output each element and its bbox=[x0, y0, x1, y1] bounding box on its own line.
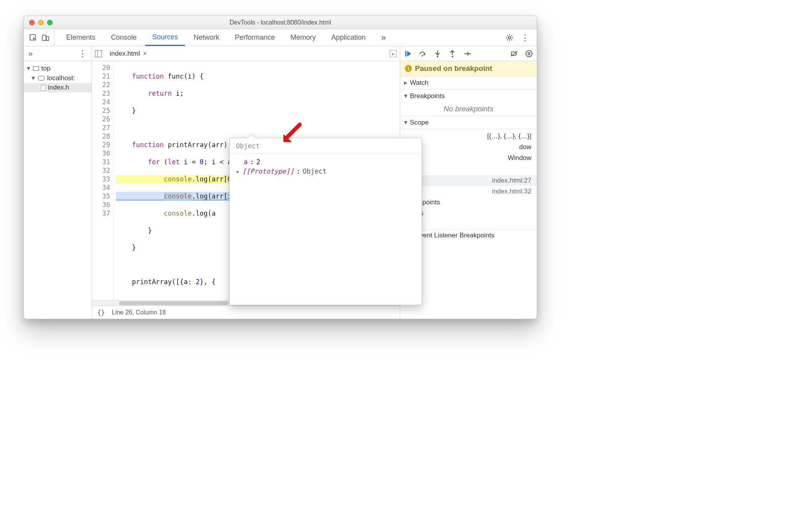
svg-rect-2 bbox=[46, 37, 49, 40]
identifier: console bbox=[164, 209, 192, 217]
object-prototype-row[interactable]: ▸ [[Prototype]]: Object bbox=[236, 167, 415, 176]
chevron-down-icon bbox=[32, 74, 35, 82]
svg-rect-22 bbox=[528, 52, 529, 55]
svg-point-13 bbox=[422, 55, 423, 56]
close-tab-icon[interactable]: × bbox=[143, 50, 147, 58]
window-titlebar: DevTools - localhost:8080/index.html bbox=[24, 16, 537, 29]
deactivate-breakpoints-icon[interactable] bbox=[510, 50, 518, 58]
number-literal: 0 bbox=[200, 158, 204, 166]
navigator-overflow-button[interactable] bbox=[28, 49, 33, 58]
property-value: Object bbox=[303, 167, 327, 175]
object-hover-popover: Object a: 2 ▸ [[Prototype]]: Object bbox=[229, 138, 422, 305]
svg-line-9 bbox=[511, 39, 512, 40]
editor-statusbar: {} Line 26, Column 18 bbox=[92, 306, 400, 319]
property-key: a bbox=[244, 158, 248, 166]
tree-host[interactable]: localhost: bbox=[24, 73, 91, 83]
property-value: 2 bbox=[257, 158, 260, 166]
debugger-toolbar bbox=[400, 46, 537, 61]
svg-line-11 bbox=[511, 35, 512, 36]
run-snippet-icon[interactable] bbox=[390, 50, 397, 57]
svg-rect-12 bbox=[405, 51, 406, 56]
code-text: i; bbox=[172, 90, 184, 97]
keyword: for bbox=[148, 158, 160, 166]
object-property-row[interactable]: a: 2 bbox=[236, 157, 415, 167]
editor-tab-label: index.html bbox=[110, 50, 140, 58]
more-menu-icon[interactable] bbox=[521, 34, 529, 42]
tab-memory[interactable]: Memory bbox=[283, 29, 323, 46]
svg-point-21 bbox=[526, 51, 532, 57]
breakpoints-section[interactable]: ▾Breakpoints No breakpoints bbox=[400, 90, 537, 116]
toggle-navigator-icon[interactable] bbox=[95, 50, 102, 57]
editor-tab-index[interactable]: index.html × bbox=[110, 50, 147, 58]
chevron-down-icon bbox=[27, 64, 31, 72]
chevron-right-icon: ▸ bbox=[404, 79, 408, 87]
tab-elements[interactable]: Elements bbox=[59, 29, 102, 46]
tab-network[interactable]: Network bbox=[186, 29, 226, 46]
section-title: Watch bbox=[410, 79, 429, 87]
main-tabstrip: Elements Console Sources Network Perform… bbox=[24, 29, 537, 46]
tabs-overflow-button[interactable]: » bbox=[374, 29, 393, 46]
tab-application[interactable]: Application bbox=[324, 29, 373, 46]
code-text: .log(arr[ bbox=[192, 175, 227, 183]
info-icon: i bbox=[405, 65, 412, 72]
tab-console[interactable]: Console bbox=[104, 29, 144, 46]
file-tree: top localhost: index.h bbox=[24, 61, 91, 95]
scope-section[interactable]: ▾Scope bbox=[400, 116, 537, 129]
settings-gear-icon[interactable] bbox=[506, 34, 513, 42]
svg-rect-23 bbox=[529, 52, 530, 55]
chevron-down-icon: ▾ bbox=[404, 118, 408, 126]
section-title: Breakpoints bbox=[410, 92, 445, 100]
tree-label: index.h bbox=[48, 84, 69, 91]
inspect-element-icon[interactable] bbox=[29, 34, 37, 42]
keyword: function bbox=[132, 141, 164, 149]
frame-icon bbox=[33, 66, 39, 71]
tab-performance[interactable]: Performance bbox=[228, 29, 282, 46]
keyword: let bbox=[168, 158, 180, 166]
number-literal: 2 bbox=[196, 278, 200, 286]
code-text: } bbox=[148, 227, 152, 234]
step-over-icon[interactable] bbox=[419, 50, 427, 58]
paused-banner: i Paused on breakpoint bbox=[400, 61, 537, 76]
watch-section[interactable]: ▸Watch bbox=[400, 76, 537, 90]
tree-label: top bbox=[41, 65, 51, 72]
tree-file-index[interactable]: index.h bbox=[24, 83, 91, 92]
cloud-icon bbox=[38, 76, 45, 81]
pause-on-exceptions-icon[interactable] bbox=[525, 50, 533, 58]
step-into-icon[interactable] bbox=[434, 50, 441, 58]
keyword: function bbox=[132, 72, 164, 80]
svg-point-3 bbox=[508, 37, 511, 39]
toolbar-left-icons bbox=[28, 29, 54, 46]
line-gutter: 202122232425262728293031323334353637 bbox=[92, 61, 114, 300]
navigator-more-icon[interactable] bbox=[78, 49, 87, 59]
device-toolbar-icon[interactable] bbox=[42, 34, 49, 42]
tree-label: localhost: bbox=[47, 74, 75, 82]
tree-top-frame[interactable]: top bbox=[24, 63, 91, 73]
code-text: i = bbox=[180, 158, 200, 166]
no-breakpoints-label: No breakpoints bbox=[400, 102, 537, 116]
code-text: .log(a bbox=[192, 209, 215, 217]
chevron-down-icon: ▾ bbox=[404, 92, 408, 100]
pretty-print-icon[interactable]: {} bbox=[97, 309, 105, 316]
code-text: printArray([{a: bbox=[132, 278, 196, 286]
code-text: ( bbox=[160, 158, 168, 166]
svg-point-17 bbox=[452, 56, 453, 57]
keyword: return bbox=[148, 90, 172, 97]
code-text: }, { bbox=[200, 278, 216, 286]
svg-line-8 bbox=[507, 35, 508, 36]
identifier: console bbox=[164, 192, 192, 200]
section-title: Scope bbox=[410, 119, 429, 126]
cursor-position: Line 26, Column 18 bbox=[112, 309, 166, 316]
step-icon[interactable] bbox=[463, 50, 471, 58]
code-text: func(i) { bbox=[164, 72, 204, 80]
identifier: console bbox=[164, 175, 192, 183]
paused-message: Paused on breakpoint bbox=[415, 64, 492, 73]
step-out-icon[interactable] bbox=[448, 50, 456, 58]
internal-property-key: [[Prototype]] bbox=[242, 167, 294, 175]
tab-sources[interactable]: Sources bbox=[145, 29, 185, 46]
svg-line-10 bbox=[507, 39, 508, 40]
code-text: } bbox=[132, 244, 136, 251]
resume-script-icon[interactable] bbox=[404, 50, 412, 58]
code-text: printArray(arr) { bbox=[164, 141, 236, 149]
popover-title: Object bbox=[230, 138, 422, 153]
svg-point-19 bbox=[469, 53, 471, 54]
